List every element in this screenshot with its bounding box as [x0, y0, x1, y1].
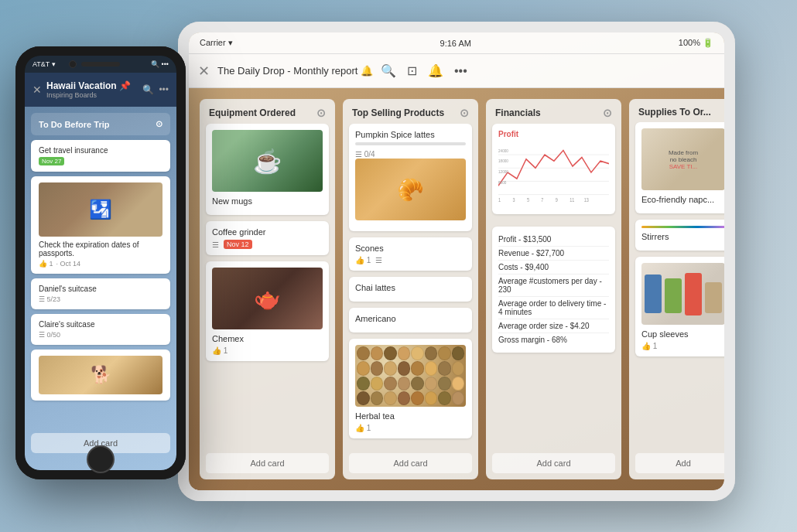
card-title-chai: Chai lattes: [355, 283, 466, 292]
col-footer-equipment: Add card: [200, 447, 335, 479]
phone-col-header: To Do Before Trip ⊙: [31, 113, 170, 135]
phone-card-image-passport: [39, 182, 162, 237]
phone-header: ✕ Hawaii Vacation 📌 Inspiring Boards 🔍 •…: [25, 73, 176, 107]
svg-text:7: 7: [541, 196, 544, 203]
phone-board-background: To Do Before Trip ⊙ Get travel insurance…: [25, 107, 176, 470]
badge-nov27: Nov 27: [39, 157, 64, 165]
card-meta-pumpkin: ☰ 0/4: [355, 150, 466, 159]
phone-card-title-claire: Claire's suitcase: [39, 320, 162, 329]
tablet-board: Equipment Ordered ⊙ New mugs Coffee grin…: [189, 88, 724, 490]
phone-search-icon[interactable]: 🔍: [142, 84, 154, 95]
progress-bar-container: [355, 142, 466, 145]
phone-card-title-passport: Check the expiration dates of passports.: [39, 240, 162, 257]
card-scones[interactable]: Scones 👍 1☰: [349, 237, 472, 271]
svg-text:12000: 12000: [498, 169, 508, 175]
tablet-statusbar: Carrier ▾ 9:16 AM 100% 🔋: [189, 32, 724, 54]
card-eco-napkins[interactable]: Made fromno bleachSAVE TI... Eco-friendl…: [635, 122, 724, 213]
phone-card-passport[interactable]: Check the expiration dates of passports.…: [31, 176, 170, 274]
phone-card-travel-insurance[interactable]: Get travel insurance Nov 27: [31, 140, 170, 172]
phone-speaker: [81, 62, 120, 66]
card-image-pumpkin: [355, 159, 466, 220]
column-financials: Financials ⊙ Profit 1: [486, 99, 621, 479]
fin-revenue: Revenue - $27,700: [498, 247, 609, 261]
col-body-supplies: Made fromno bleachSAVE TI... Eco-friendl…: [629, 122, 724, 447]
card-title-herbal-tea: Herbal tea: [355, 411, 466, 421]
card-chemex[interactable]: Chemex 👍 1: [206, 261, 329, 361]
fin-margin: Gross margin - 68%: [498, 333, 609, 346]
phone-card-meta-daniel: ☰ 5/23: [39, 295, 162, 303]
tablet-toolbar: ✕ The Daily Drop - Monthly report 🔔 🔍 ⊡ …: [189, 54, 724, 88]
col-menu-financials[interactable]: ⊙: [603, 107, 612, 119]
phone-card-meta-claire: ☰ 0/50: [39, 331, 162, 339]
phone-more-icon[interactable]: •••: [159, 84, 169, 95]
more-icon[interactable]: •••: [454, 64, 467, 78]
col-title-equipment: Equipment Ordered: [209, 107, 296, 118]
card-meta-chemex: 👍 1: [212, 346, 323, 355]
col-body-equipment: New mugs Coffee grinder ☰ Nov 12 Chemex: [200, 124, 335, 447]
card-image-cup-sleeves: [641, 263, 724, 325]
card-title-new-mugs: New mugs: [212, 196, 323, 206]
phone-board-title: Hawaii Vacation 📌: [46, 80, 138, 91]
share-icon[interactable]: ⊡: [407, 63, 417, 78]
phone-screen: AT&T ▾ 11:55 AM 🔍 ••• ✕ Hawaii Vacation …: [25, 56, 176, 470]
add-card-top-selling[interactable]: Add card: [349, 453, 472, 473]
phone-toolbar-icons: 🔍 •••: [142, 84, 169, 95]
card-title-eco-napkins: Eco-friendly napc...: [641, 195, 724, 204]
card-image-herbal-tea: [355, 345, 466, 407]
col-menu-top-selling[interactable]: ⊙: [460, 107, 469, 119]
search-icon[interactable]: 🔍: [381, 63, 396, 78]
card-coffee-grinder[interactable]: Coffee grinder ☰ Nov 12: [206, 221, 329, 255]
phone-close-button[interactable]: ✕: [32, 84, 42, 96]
phone-home-button[interactable]: [87, 445, 115, 473]
phone-card-image-dog: 🐕: [39, 356, 162, 394]
phone-card-daniels-suitcase[interactable]: Daniel's suitcase ☰ 5/23: [31, 278, 170, 309]
svg-text:11: 11: [570, 196, 575, 203]
card-title-cup-sleeves: Cup sleeves: [641, 329, 724, 339]
col-menu-equipment[interactable]: ⊙: [316, 107, 326, 119]
fin-profit: Profit - $13,500: [498, 233, 609, 247]
card-image-coffee-mug: [212, 130, 323, 192]
card-financials-stats[interactable]: Profit - $13,500 Revenue - $27,700 Costs…: [492, 227, 615, 353]
card-herbal-tea[interactable]: Herbal tea 👍 1: [349, 339, 472, 438]
add-card-financials[interactable]: Add card: [492, 453, 615, 473]
svg-text:13: 13: [584, 196, 590, 203]
card-title-scones: Scones: [355, 244, 466, 253]
svg-text:3: 3: [512, 196, 515, 203]
card-new-mugs[interactable]: New mugs: [206, 124, 329, 215]
phone-col-menu[interactable]: ⊙: [156, 119, 162, 129]
card-meta-scones: 👍 1☰: [355, 256, 466, 264]
close-button[interactable]: ✕: [198, 63, 210, 80]
bell-icon[interactable]: 🔔: [428, 63, 443, 78]
phone-card-dog[interactable]: 🐕: [31, 350, 170, 401]
add-card-equipment[interactable]: Add card: [206, 453, 329, 473]
card-chai-lattes[interactable]: Chai lattes: [349, 277, 472, 302]
card-stirrers[interactable]: Stirrers: [635, 220, 724, 251]
profit-chart-svg: 1 3 5 7 9 11 13 24000 18000 12000 6000: [498, 142, 609, 203]
fin-order-size: Average order size - $4.20: [498, 319, 609, 333]
card-cup-sleeves[interactable]: Cup sleeves 👍 1: [635, 257, 724, 356]
phone-card-meta-insurance: Nov 27: [39, 157, 162, 165]
col-header-top-selling: Top Selling Products ⊙: [343, 99, 478, 124]
col-header-equipment: Equipment Ordered ⊙: [200, 99, 335, 124]
phone-board-subtitle: Inspiring Boards: [46, 91, 138, 99]
card-profit-chart[interactable]: Profit 1 3 5 7 9 11: [492, 124, 615, 214]
card-title-americano: Americano: [355, 314, 466, 323]
card-title-pumpkin: Pumpkin Spice lattes: [355, 130, 466, 139]
board-title: The Daily Drop - Monthly report 🔔: [217, 65, 373, 77]
phone-status-icons: 🔍 •••: [151, 60, 169, 68]
card-meta-herbal-tea: 👍 1: [355, 424, 466, 432]
svg-text:6000: 6000: [498, 179, 506, 185]
phone-card-title-insurance: Get travel insurance: [39, 146, 162, 155]
col-title-supplies: Supplies To Or...: [638, 107, 711, 118]
col-body-financials: Profit 1 3 5 7 9 11: [486, 124, 621, 447]
card-pumpkin-lattes[interactable]: Pumpkin Spice lattes ☰ 0/4: [349, 124, 472, 231]
card-image-chemex: [212, 268, 323, 329]
cup-green: [665, 278, 682, 313]
add-card-supplies[interactable]: Add: [635, 453, 724, 473]
svg-text:1: 1: [498, 196, 501, 203]
phone-card-claires-suitcase[interactable]: Claire's suitcase ☰ 0/50: [31, 314, 170, 345]
col-body-top-selling: Pumpkin Spice lattes ☰ 0/4 Scones: [343, 124, 478, 447]
badge-nov12: Nov 12: [224, 240, 252, 249]
card-americano[interactable]: Americano: [349, 308, 472, 332]
column-supplies: Supplies To Or... Made fromno bleachSAVE…: [629, 99, 724, 479]
